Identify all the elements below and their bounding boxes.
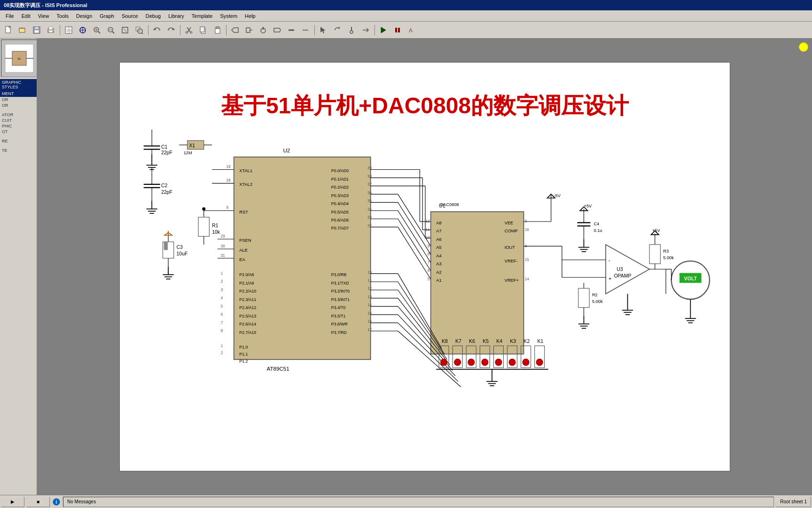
canvas-area[interactable]: 基于51单片机+DAC0808的数字调压设计 C1 22pF X1 1: [38, 39, 812, 495]
svg-marker-250: [606, 245, 649, 294]
sidebar-item-ot[interactable]: OT: [0, 129, 37, 135]
sep6: [373, 24, 376, 37]
svg-text:4: 4: [221, 296, 223, 300]
svg-text:15: 15: [525, 258, 530, 262]
svg-point-316: [509, 359, 515, 365]
svg-text:K1: K1: [538, 339, 544, 344]
svg-rect-269: [649, 245, 660, 264]
sidebar-item-phic[interactable]: PHIC: [0, 123, 37, 129]
menu-library[interactable]: Library: [164, 12, 188, 20]
cursor-indicator: [799, 42, 808, 52]
menu-help[interactable]: Help: [241, 12, 259, 20]
svg-text:31: 31: [221, 254, 226, 258]
view-grid[interactable]: [62, 24, 75, 37]
schematic-canvas[interactable]: 基于51单片机+DAC0808的数字调压设计 C1 22pF X1 1: [119, 62, 730, 471]
sidebar-item-2[interactable]: OR: [0, 103, 37, 108]
svg-text:6: 6: [221, 312, 223, 317]
new-button[interactable]: [2, 24, 15, 37]
status-bar: ▶ ■ i No Messages Root sheet 1: [0, 495, 812, 508]
svg-text:P3.4/T0: P3.4/T0: [331, 305, 346, 310]
schematic-svg: C1 22pF X1 12M C2 22pF: [125, 124, 726, 453]
svg-text:51: 51: [18, 57, 21, 60]
menu-system[interactable]: System: [216, 12, 241, 20]
svg-rect-260: [578, 288, 589, 308]
sidebar-item-ment[interactable]: MENT: [0, 90, 37, 97]
svg-text:37: 37: [367, 183, 372, 187]
menu-view[interactable]: View: [34, 12, 53, 20]
svg-text:A4: A4: [436, 254, 441, 258]
svg-text:ALE: ALE: [239, 248, 248, 253]
play-button[interactable]: ▶: [1, 497, 24, 507]
debug-run-button[interactable]: [391, 24, 404, 37]
svg-rect-6: [49, 27, 53, 29]
save-button[interactable]: [30, 24, 43, 37]
svg-text:VREF-: VREF-: [505, 259, 518, 263]
terminal-button[interactable]: [271, 24, 284, 37]
menu-graph[interactable]: Graph: [96, 12, 118, 20]
sidebar-item-cuit[interactable]: CUIT: [0, 118, 37, 123]
svg-text:C1: C1: [161, 144, 168, 150]
menu-tools[interactable]: Tools: [53, 12, 72, 20]
stop-button[interactable]: ■: [26, 497, 50, 507]
cut-button[interactable]: [182, 24, 195, 37]
undo-button[interactable]: [150, 24, 164, 37]
svg-text:30: 30: [221, 244, 226, 248]
svg-text:P3.6/WR: P3.6/WR: [331, 322, 348, 326]
simulate-button[interactable]: [377, 24, 390, 37]
wire-button[interactable]: [299, 24, 312, 37]
svg-text:P2.3/A11: P2.3/A11: [239, 297, 256, 302]
svg-text:K5: K5: [483, 339, 489, 344]
svg-text:R3: R3: [663, 249, 669, 254]
place-component[interactable]: [76, 24, 89, 37]
arrow-button[interactable]: [359, 24, 372, 37]
svg-marker-47: [381, 27, 386, 33]
sheet-selector[interactable]: Root sheet 1: [776, 497, 811, 507]
svg-rect-0: [6, 26, 10, 33]
sidebar-item-re[interactable]: RE: [0, 138, 37, 144]
menu-debug[interactable]: Debug: [142, 12, 164, 20]
sidebar-item-te[interactable]: TE: [0, 148, 37, 153]
svg-text:U2: U2: [283, 147, 290, 153]
svg-text:K3: K3: [510, 339, 516, 344]
svg-text:32: 32: [367, 224, 372, 228]
zoom-in-button[interactable]: [90, 24, 103, 37]
svg-text:P3.7/RD: P3.7/RD: [331, 330, 347, 335]
svg-text:VREF+: VREF+: [505, 278, 519, 283]
svg-text:VEE: VEE: [505, 221, 514, 225]
svg-marker-40: [274, 28, 281, 32]
svg-text:3: 3: [221, 288, 223, 292]
sidebar-item-ator[interactable]: ATOR: [0, 112, 37, 118]
svg-text:-5V: -5V: [554, 193, 561, 198]
power-button[interactable]: [257, 24, 270, 37]
paste-button[interactable]: [211, 24, 224, 37]
copy-button[interactable]: [196, 24, 210, 37]
bus-button[interactable]: [285, 24, 298, 37]
svg-text:P3.2/INT0: P3.2/INT0: [331, 289, 350, 294]
sep2: [147, 24, 149, 37]
svg-text:K4: K4: [496, 339, 502, 344]
sidebar-item-1[interactable]: OR: [0, 97, 37, 103]
zoom-out-button[interactable]: [104, 24, 117, 37]
menu-template[interactable]: Template: [188, 12, 217, 20]
svg-text:R2: R2: [592, 293, 598, 297]
rotate-button[interactable]: [331, 24, 344, 37]
svg-point-318: [523, 359, 529, 365]
gate-button[interactable]: [242, 24, 256, 37]
svg-rect-4: [34, 30, 39, 33]
menu-edit[interactable]: Edit: [18, 12, 34, 20]
svg-text:P3.1/TXD: P3.1/TXD: [331, 281, 349, 286]
open-button[interactable]: [16, 24, 29, 37]
menu-file[interactable]: File: [2, 12, 18, 20]
print-button[interactable]: [44, 24, 57, 37]
menu-design[interactable]: Design: [72, 12, 96, 20]
redo-button[interactable]: [164, 24, 178, 37]
annotate-button[interactable]: A: [405, 24, 418, 37]
menu-source[interactable]: Source: [118, 12, 142, 20]
select-button[interactable]: [317, 24, 330, 37]
svg-text:XTAL2: XTAL2: [239, 182, 252, 187]
svg-text:18: 18: [226, 178, 231, 183]
tag-button[interactable]: [228, 24, 242, 37]
zoom-area-button[interactable]: [133, 24, 146, 37]
zoom-fit-button[interactable]: [118, 24, 132, 37]
probe-button[interactable]: [345, 24, 358, 37]
